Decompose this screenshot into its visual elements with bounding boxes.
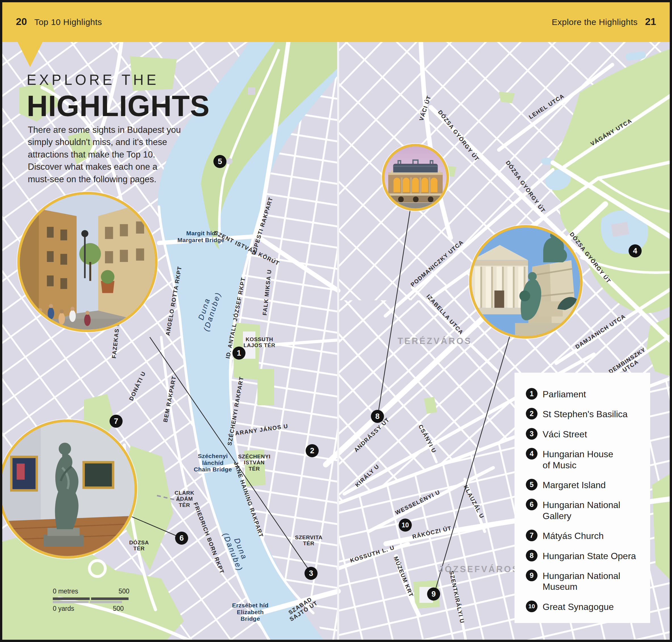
scale-bar-metres <box>53 598 129 600</box>
header-left: 20 Top 10 Highlights <box>16 16 102 27</box>
scale-bar-yards <box>53 601 122 603</box>
legend-item-3: 3Váci Street <box>526 427 650 440</box>
legend-bullet: 8 <box>526 550 538 561</box>
legend-label: Hungarian National Museum <box>543 569 620 592</box>
legend-bullet: 5 <box>526 479 538 490</box>
legend-item-8: 8Hungarian State Opera <box>526 549 650 561</box>
scale-bar: 0 metres 500 0 yards 500 <box>53 588 129 613</box>
map-marker-10: 10 <box>399 518 412 531</box>
legend-label: St Stephen's Basilica <box>543 407 628 420</box>
legend-label: Hungarian State Opera <box>543 549 636 561</box>
legend-bullet: 4 <box>526 448 538 460</box>
legend-box: 1Parliament2St Stephen's Basilica3Váci S… <box>515 373 650 623</box>
map-marker-3: 3 <box>305 567 318 580</box>
intro-paragraph: There are some sights in Budapest you si… <box>28 124 181 185</box>
legend-label: Parliament <box>543 387 586 400</box>
page-gutter <box>337 42 339 642</box>
map-marker-6: 6 <box>175 531 188 545</box>
legend-label: Váci Street <box>543 427 587 440</box>
page-title: EXPLORE THE HIGHLIGHTS <box>27 72 210 123</box>
legend-bullet: 9 <box>526 570 538 581</box>
map-marker-7: 7 <box>109 415 122 428</box>
legend-item-2: 2St Stephen's Basilica <box>526 407 650 420</box>
scale-yards-value: 500 <box>113 605 124 613</box>
legend-label: Great Synagogue <box>543 600 614 612</box>
page-title-line1: EXPLORE THE <box>27 72 210 88</box>
legend-label: Margaret Island <box>543 478 606 490</box>
legend-item-7: 7Mátyás Church <box>526 529 650 541</box>
legend-item-10: 10Great Synagogue <box>526 600 650 612</box>
vaci-street-photo <box>17 192 157 332</box>
map-marker-5: 5 <box>214 155 227 168</box>
guidebook-spread: 20 Top 10 Highlights Explore the Highlig… <box>0 0 672 642</box>
legend-bullet: 3 <box>526 428 538 440</box>
legend-label: Hungarian National Gallery <box>543 498 620 522</box>
state-opera-photo <box>382 144 449 211</box>
legend-bullet: 6 <box>526 499 538 510</box>
legend-bullet: 10 <box>526 601 538 612</box>
scale-metres-value: 500 <box>119 588 129 595</box>
national-museum-photo <box>469 225 583 338</box>
left-page-number: 20 <box>16 16 27 27</box>
map-marker-9: 9 <box>427 588 440 601</box>
map-marker-2: 2 <box>306 444 319 457</box>
right-section-title: Explore the Highlights <box>552 17 638 27</box>
map-marker-4: 4 <box>629 244 642 257</box>
scale-yards-label: 0 yards <box>53 605 74 613</box>
legend-bullet: 1 <box>526 388 538 400</box>
header-right: Explore the Highlights 21 <box>552 16 656 27</box>
header-pointer-tab <box>17 42 42 67</box>
map-marker-8: 8 <box>371 410 384 423</box>
legend-item-9: 9Hungarian National Museum <box>526 569 650 592</box>
legend-label: Mátyás Church <box>543 529 604 541</box>
legend-list: 1Parliament2St Stephen's Basilica3Váci S… <box>515 373 650 612</box>
legend-label: Hungarian House of Music <box>543 447 613 471</box>
page-title-line2: HIGHLIGHTS <box>27 89 210 123</box>
legend-item-4: 4Hungarian House of Music <box>526 447 650 471</box>
map-marker-1: 1 <box>232 347 245 360</box>
legend-bullet: 7 <box>526 530 538 541</box>
scale-metres-label: 0 metres <box>53 588 78 595</box>
legend-item-1: 1Parliament <box>526 387 650 400</box>
national-gallery-photo <box>0 420 137 558</box>
legend-bullet: 2 <box>526 408 538 420</box>
right-page-number: 21 <box>645 16 656 27</box>
legend-item-5: 5Margaret Island <box>526 478 650 490</box>
header-bar: 20 Top 10 Highlights Explore the Highlig… <box>2 2 670 42</box>
left-section-title: Top 10 Highlights <box>34 17 102 27</box>
legend-item-6: 6Hungarian National Gallery <box>526 498 650 522</box>
